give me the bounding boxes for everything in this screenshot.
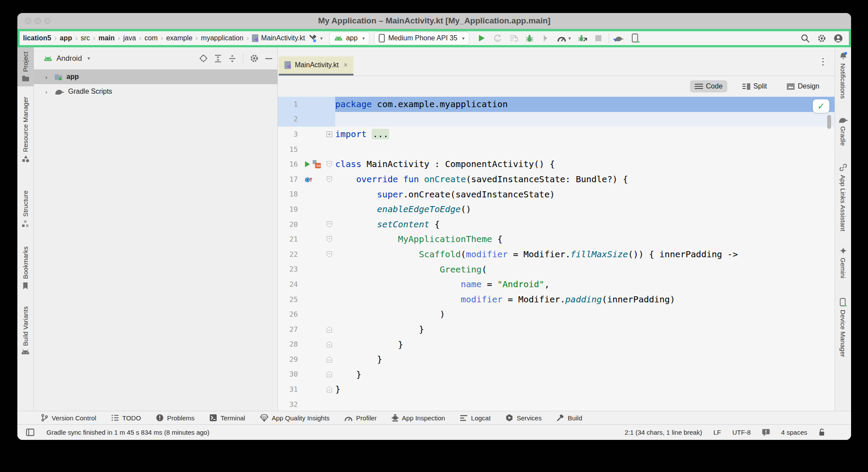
code-line-16[interactable]: 16<>class MainActivity : ComponentActivi… xyxy=(278,157,835,172)
tool-window-button-gemini[interactable]: Gemini xyxy=(835,243,851,283)
minimize-window-button[interactable] xyxy=(35,18,41,24)
breadcrumb-main[interactable]: main xyxy=(97,34,116,42)
breadcrumb-myapplication[interactable]: myapplication xyxy=(199,34,245,42)
code-line-32[interactable]: 32 xyxy=(278,397,835,411)
tool-window-button-app-inspection[interactable]: App Inspection xyxy=(392,414,445,422)
tree-item-gradle-scripts[interactable]: ›Gradle Scripts xyxy=(34,84,277,99)
tool-window-button-resource-manager[interactable]: Resource Manager xyxy=(17,92,34,167)
tool-window-button-structure[interactable]: Structure xyxy=(17,186,34,232)
code-line-29[interactable]: 29 } xyxy=(278,352,835,367)
fold-marker-icon[interactable] xyxy=(327,341,332,347)
run-config-selector[interactable]: app ▾ xyxy=(329,32,370,45)
tool-window-button-todo[interactable]: TODO xyxy=(111,414,141,422)
profiler-icon[interactable]: ▾ xyxy=(557,34,571,43)
code-line-15[interactable]: 15 xyxy=(278,142,835,157)
stop-icon[interactable] xyxy=(595,35,602,42)
tool-window-button-device-manager[interactable]: Device Manager xyxy=(835,294,851,361)
profile-low-overhead-icon[interactable] xyxy=(578,34,587,43)
code-line-27[interactable]: 27 } xyxy=(278,322,835,337)
apply-code-changes-icon[interactable] xyxy=(509,34,518,43)
unlock-icon[interactable] xyxy=(818,428,825,436)
code-line-31[interactable]: 31} xyxy=(278,382,835,397)
breadcrumb-src[interactable]: src xyxy=(79,34,92,42)
gutter-run-icon[interactable] xyxy=(304,161,311,168)
breadcrumb-java[interactable]: java xyxy=(122,34,138,42)
breadcrumb-com[interactable]: com xyxy=(143,34,159,42)
code-line-21[interactable]: 21 MyApplicationTheme { xyxy=(278,232,835,247)
tool-window-button-logcat[interactable]: Logcat xyxy=(460,414,491,422)
tool-window-button-problems[interactable]: Problems xyxy=(156,414,195,422)
file-encoding[interactable]: UTF-8 xyxy=(732,429,751,436)
code-line-20[interactable]: 20 setContent { xyxy=(278,217,835,232)
breadcrumb-example[interactable]: example xyxy=(165,34,194,42)
sync-gradle-icon[interactable] xyxy=(613,34,624,43)
view-mode-split[interactable]: Split xyxy=(738,80,772,92)
fold-marker-icon[interactable] xyxy=(327,161,332,167)
close-window-button[interactable] xyxy=(25,18,31,24)
code-line-28[interactable]: 28 } xyxy=(278,337,835,352)
fold-marker-icon[interactable] xyxy=(327,131,332,137)
code-line-2[interactable]: 2 xyxy=(278,112,835,127)
expand-all-icon[interactable] xyxy=(214,55,222,62)
code-line-18[interactable]: 18 super.onCreate(savedInstanceState) xyxy=(278,187,835,202)
tool-window-button-bookmarks[interactable]: Bookmarks xyxy=(17,242,34,294)
fold-marker-icon[interactable] xyxy=(327,386,332,393)
fold-marker-icon[interactable] xyxy=(327,251,332,258)
code-line-30[interactable]: 30 } xyxy=(278,367,835,382)
code-line-3[interactable]: 3import ... xyxy=(278,127,835,142)
line-separator[interactable]: LF xyxy=(713,429,721,436)
indent-setting[interactable]: 4 spaces xyxy=(781,429,807,436)
project-view-selector[interactable]: Android ▾ xyxy=(43,54,90,63)
tool-window-button-profiler[interactable]: Profiler xyxy=(344,414,377,422)
tool-window-button-project[interactable]: Project xyxy=(17,47,34,86)
search-icon[interactable] xyxy=(801,34,810,43)
settings-icon[interactable] xyxy=(817,34,826,43)
device-selector[interactable]: Medium Phone API 35 ▾ xyxy=(374,32,469,45)
editor-tab-mainactivity[interactable]: MainActivity.kt × xyxy=(279,56,353,75)
breadcrumb-app[interactable]: app xyxy=(58,34,74,42)
tool-window-button-app-links-assistant[interactable]: App Links Assistant xyxy=(835,159,851,236)
code-line-23[interactable]: 23 Greeting( xyxy=(278,262,835,277)
editor-scrollbar[interactable] xyxy=(827,115,831,129)
tool-window-button-app-quality-insights[interactable]: App Quality Insights xyxy=(260,414,330,422)
build-tasks-dropdown[interactable]: ▾ xyxy=(307,33,325,44)
attach-debugger-icon[interactable] xyxy=(541,34,549,43)
hide-icon[interactable] xyxy=(265,58,272,59)
tool-window-button-build-variants[interactable]: Build Variants xyxy=(17,302,34,358)
fold-marker-icon[interactable] xyxy=(327,176,332,183)
view-mode-code[interactable]: Code xyxy=(690,80,727,92)
chevron-right-icon[interactable]: › xyxy=(45,88,50,95)
gutter-override-icon[interactable] xyxy=(304,175,314,184)
gear-icon[interactable] xyxy=(250,54,259,63)
fold-marker-icon[interactable] xyxy=(327,371,332,377)
run-icon[interactable] xyxy=(477,34,486,43)
code-line-25[interactable]: 25 modifier = Modifier.padding(innerPadd… xyxy=(278,292,835,307)
gutter-compose-icon[interactable]: <> xyxy=(312,160,322,169)
apply-changes-icon[interactable]: A xyxy=(493,34,502,43)
device-manager-icon[interactable] xyxy=(631,33,640,43)
tool-window-button-services[interactable]: Services xyxy=(505,414,542,422)
chevron-right-icon[interactable]: › xyxy=(45,73,50,81)
fold-marker-icon[interactable] xyxy=(327,326,332,333)
close-tab-icon[interactable]: × xyxy=(343,61,348,69)
tool-window-button-terminal[interactable]: Terminal xyxy=(209,414,245,422)
tab-options-icon[interactable]: ⋮ xyxy=(818,56,835,67)
caret-position[interactable]: 2:1 (34 chars, 1 line break) xyxy=(625,429,702,436)
breadcrumb-lication5[interactable]: lication5 xyxy=(21,34,53,42)
code-line-17[interactable]: 17 override fun onCreate(savedInstanceSt… xyxy=(278,172,835,187)
debug-icon[interactable] xyxy=(525,34,534,43)
tool-window-button-gradle[interactable]: Gradle xyxy=(835,112,851,150)
code-editor[interactable]: 1package com.example.myapplication23impo… xyxy=(278,97,835,411)
profile-icon[interactable] xyxy=(834,34,843,43)
fold-marker-icon[interactable] xyxy=(327,356,332,363)
notifications-bubble-icon[interactable] xyxy=(762,429,770,436)
code-line-1[interactable]: 1package com.example.myapplication xyxy=(278,97,835,112)
inspections-passed-icon[interactable]: ✓ xyxy=(813,99,829,113)
collapse-all-icon[interactable] xyxy=(228,55,236,62)
view-mode-design[interactable]: Design xyxy=(782,80,824,92)
code-line-19[interactable]: 19 enableEdgeToEdge() xyxy=(278,202,835,217)
tool-window-button-notifications[interactable]: Notifications xyxy=(835,47,851,103)
tool-window-button-build[interactable]: Build xyxy=(556,414,582,422)
tree-item-app[interactable]: ›app xyxy=(34,69,277,84)
code-line-22[interactable]: 22 Scaffold(modifier = Modifier.fillMaxS… xyxy=(278,247,835,262)
